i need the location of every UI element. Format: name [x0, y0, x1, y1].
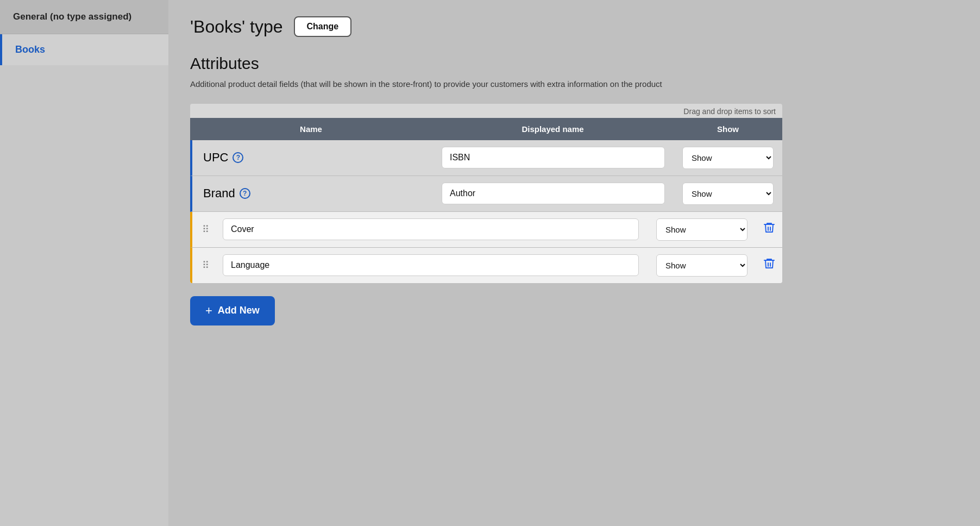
- page-header: 'Books' type Change: [190, 16, 958, 37]
- language-show-select[interactable]: Show Hide: [656, 254, 747, 277]
- cover-drag-handle-cell: ⠿: [192, 223, 214, 235]
- attributes-section: Attributes Additional product detail fie…: [190, 54, 958, 325]
- row-language-delete-cell: [756, 251, 782, 280]
- table-row-cover: ⠿ Show Hide: [190, 212, 782, 248]
- attributes-title: Attributes: [190, 54, 958, 73]
- add-new-label: Add New: [218, 305, 260, 316]
- col-header-name: Name: [190, 118, 432, 140]
- upc-show-select[interactable]: Show Hide: [682, 147, 774, 169]
- cover-drag-handle[interactable]: ⠿: [202, 223, 209, 235]
- language-name-input[interactable]: [223, 254, 639, 276]
- row-language-show-cell: Show Hide: [648, 248, 756, 283]
- language-delete-button[interactable]: [763, 257, 776, 273]
- table-row-upc: UPC ? Show Hide: [190, 140, 782, 176]
- cover-delete-button[interactable]: [763, 221, 776, 237]
- language-trash-icon: [763, 257, 776, 273]
- row-brand-show-cell: Show Hide: [674, 176, 782, 211]
- language-drag-handle-cell: ⠿: [192, 259, 214, 271]
- cover-name-input[interactable]: [223, 218, 639, 240]
- attributes-description: Additional product detail fields (that w…: [190, 78, 712, 91]
- page-title: 'Books' type: [190, 17, 283, 37]
- row-brand-input-cell: [433, 176, 674, 211]
- attributes-table: Drag and drop items to sort Name Display…: [190, 104, 782, 283]
- change-button[interactable]: Change: [294, 16, 352, 37]
- brand-displayed-name-input[interactable]: [442, 183, 665, 204]
- main-content: 'Books' type Change Attributes Additiona…: [168, 0, 980, 526]
- brand-show-select[interactable]: Show Hide: [682, 183, 774, 205]
- table-row-brand: Brand ? Show Hide: [190, 176, 782, 212]
- language-drag-handle[interactable]: ⠿: [202, 259, 209, 271]
- table-header: Name Displayed name Show: [190, 118, 782, 140]
- row-upc-name-cell: UPC ?: [192, 142, 433, 173]
- sidebar: General (no type assigned) Books: [0, 0, 168, 526]
- row-brand-name-cell: Brand ?: [192, 178, 433, 209]
- drag-hint: Drag and drop items to sort: [190, 104, 782, 118]
- brand-help-icon[interactable]: ?: [240, 188, 250, 199]
- col-header-displayed-name: Displayed name: [432, 118, 674, 140]
- cover-show-select[interactable]: Show Hide: [656, 218, 747, 241]
- row-cover-input-cell: [214, 212, 648, 247]
- plus-icon: +: [205, 304, 212, 318]
- row-language-input-cell: [214, 248, 648, 283]
- sidebar-general-label: General (no type assigned): [13, 11, 131, 22]
- row-upc-show-cell: Show Hide: [674, 140, 782, 176]
- sidebar-item-books[interactable]: Books: [0, 34, 168, 65]
- sidebar-item-general: General (no type assigned): [0, 0, 168, 34]
- row-cover-show-cell: Show Hide: [648, 212, 756, 247]
- table-row-language: ⠿ Show Hide: [190, 248, 782, 283]
- row-upc-name: UPC: [203, 151, 228, 165]
- cover-trash-icon: [763, 221, 776, 237]
- sidebar-books-label: Books: [15, 44, 45, 55]
- row-upc-input-cell: [433, 140, 674, 175]
- col-header-show: Show: [674, 118, 782, 140]
- add-new-button[interactable]: + Add New: [190, 296, 275, 325]
- upc-help-icon[interactable]: ?: [233, 152, 243, 163]
- upc-displayed-name-input[interactable]: [442, 147, 665, 168]
- row-brand-name: Brand: [203, 186, 235, 201]
- row-cover-delete-cell: [756, 215, 782, 244]
